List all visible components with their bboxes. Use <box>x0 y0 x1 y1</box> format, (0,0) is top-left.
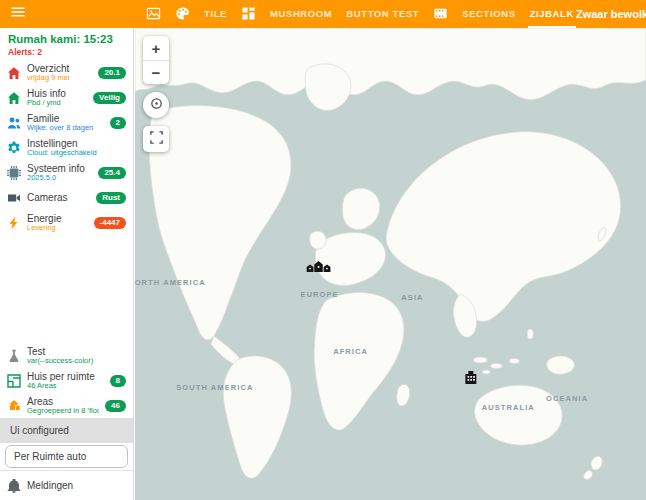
fit-bounds-button[interactable] <box>143 126 169 152</box>
tab-palette[interactable] <box>173 0 192 28</box>
gear-icon <box>7 141 21 155</box>
map-label-asia: ASIA <box>401 293 423 302</box>
sidebar-list: Overzichtvrijdag 9 mei 20.1 Huis infoPbd… <box>0 60 133 470</box>
zoom-controls: + − <box>143 36 169 84</box>
sidebar-item-huis-info[interactable]: Huis infoPbd / ymd Veilig <box>0 85 133 110</box>
tab-tile[interactable]: TILE <box>202 0 229 28</box>
status-badge: 20.1 <box>98 67 126 79</box>
movie-icon <box>433 6 448 21</box>
map-label-europe: EUROPE <box>301 290 339 299</box>
floorplan-icon <box>7 374 21 388</box>
status-badge: 8 <box>110 375 126 387</box>
tab-zijbalk[interactable]: ZIJBALK <box>528 0 576 28</box>
alerts-count: Alerts: 2 <box>8 47 125 57</box>
map-label-australia: AUSTRALIA <box>482 403 535 412</box>
sidebar-item-energie[interactable]: EnergieLevering -4447 <box>0 210 133 235</box>
palette-icon <box>175 6 190 21</box>
sidebar-item-meldingen[interactable]: Meldingen <box>0 471 133 500</box>
page-title: Rumah kami: 15:23 <box>8 33 125 45</box>
status-badge: Rust <box>96 192 126 204</box>
grid-icon <box>241 6 256 21</box>
status-badge: -4447 <box>94 217 126 229</box>
weather-status: Zwaar bewolkt | 20.1 °C <box>576 8 646 20</box>
shield-home-icon <box>7 91 21 105</box>
tab-button-test[interactable]: BUTTON TEST <box>344 0 421 28</box>
status-badge: 46 <box>105 400 126 412</box>
menu-button[interactable] <box>8 4 28 24</box>
fit-bounds-icon <box>149 130 164 149</box>
sidebar-item-familie[interactable]: FamilieWijke: over 8 dagen 2 <box>0 110 133 135</box>
world-map: NORTH AMERICA SOUTH AMERICA EUROPE AFRIC… <box>135 28 646 500</box>
zoom-in-button[interactable]: + <box>143 36 169 60</box>
map-label-africa: AFRICA <box>333 347 368 356</box>
status-badge: 25.4 <box>98 167 126 179</box>
tab-grid[interactable] <box>239 0 258 28</box>
chip-icon <box>7 166 21 180</box>
sidebar-header: Rumah kami: 15:23 Alerts: 2 <box>0 28 133 60</box>
sidebar-item-instellingen[interactable]: InstellingenCloud: uitgeschakeld <box>0 135 133 160</box>
camera-icon <box>7 191 21 205</box>
sidebar-item-overzicht[interactable]: Overzichtvrijdag 9 mei 20.1 <box>0 60 133 85</box>
tab-image[interactable] <box>144 0 163 28</box>
sidebar-item-ui-configured[interactable]: Ui configured <box>0 418 133 443</box>
sidebar-item-areas[interactable]: AreasGegroepeerd in 8 'floors' 46 <box>0 393 133 418</box>
sidebar-footer: Meldingen <box>0 470 133 500</box>
world-map-panel[interactable]: NORTH AMERICA SOUTH AMERICA EUROPE AFRIC… <box>135 28 646 500</box>
hamburger-icon <box>10 4 26 24</box>
bell-icon <box>7 479 21 493</box>
home-group-icon <box>7 399 21 413</box>
tab-mushroom[interactable]: MUSHROOM <box>268 0 334 28</box>
lightning-icon <box>7 216 21 230</box>
dashboard-tabs: TILE MUSHROOM BUTTON TEST SECTIONS ZIJBA… <box>144 0 576 28</box>
zoom-out-button[interactable]: − <box>143 60 169 84</box>
map-label-south-america: SOUTH AMERICA <box>176 383 253 392</box>
sidebar-item-test[interactable]: Testvar(--success-color) <box>0 343 133 368</box>
map-label-oceania: OCEANIA <box>546 394 588 403</box>
locate-icon <box>149 96 164 115</box>
home-icon <box>7 66 21 80</box>
image-icon <box>146 6 161 21</box>
sidebar-spacer <box>0 235 133 343</box>
flask-icon <box>7 349 21 363</box>
sidebar-item-per-ruimte-auto[interactable]: Per Ruimte auto <box>5 445 128 468</box>
status-badge: Veilig <box>93 92 126 104</box>
sidebar-item-systeem-info[interactable]: Systeem info2025.5.0 25.4 <box>0 160 133 185</box>
tab-sections[interactable]: SECTIONS <box>460 0 517 28</box>
locate-button[interactable] <box>143 92 169 118</box>
people-icon <box>7 116 21 130</box>
status-badge: 2 <box>110 117 126 129</box>
sidebar-item-huis-per-ruimte[interactable]: Huis per ruimte46 Areas 8 <box>0 368 133 393</box>
tab-movie[interactable] <box>431 0 450 28</box>
app-header: TILE MUSHROOM BUTTON TEST SECTIONS ZIJBA… <box>0 0 646 28</box>
sidebar: Rumah kami: 15:23 Alerts: 2 Overzichtvri… <box>0 28 134 500</box>
sidebar-item-cameras[interactable]: Cameras Rust <box>0 185 133 210</box>
map-label-north-america: NORTH AMERICA <box>135 278 206 287</box>
